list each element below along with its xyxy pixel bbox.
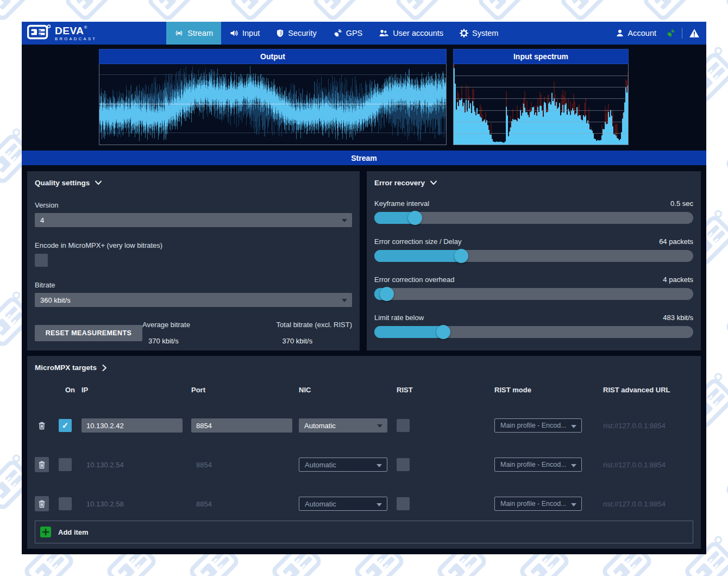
- total-bitrate-value: 370 kbit/s: [277, 337, 352, 345]
- deva-watermark-logo: [722, 288, 728, 352]
- slider-track[interactable]: [374, 326, 693, 338]
- deva-watermark-logo: [722, 125, 728, 189]
- satellite-icon: [333, 29, 342, 37]
- micrompx-targets-panel: MicroMPX targets OnIPPortNICRISTRIST mod…: [27, 356, 701, 549]
- slider-handle[interactable]: [380, 287, 394, 301]
- micrompx-targets-header[interactable]: MicroMPX targets: [35, 364, 693, 372]
- chevron-right-icon: [102, 364, 108, 372]
- slider-track[interactable]: [374, 288, 693, 300]
- average-bitrate-label: Average bitrate: [142, 321, 277, 329]
- on-checkbox[interactable]: [59, 458, 72, 471]
- on-checkbox[interactable]: [59, 497, 72, 510]
- slider-label: Error correction size / Delay: [374, 237, 461, 246]
- bitrate-label: Bitrate: [35, 281, 352, 289]
- col-port: Port: [191, 386, 299, 394]
- account-label: Account: [628, 29, 656, 37]
- slider-value: 0.5 sec: [670, 199, 693, 208]
- micrompx-targets-title: MicroMPX targets: [35, 364, 97, 372]
- chevron-down-icon: [430, 180, 437, 186]
- users-icon: [379, 29, 389, 37]
- navbar: DEVA® BROADCAST StreamInputSecurityGPSUs…: [22, 22, 706, 45]
- output-scope-title: Output: [99, 49, 447, 64]
- brand-logo: DEVA® BROADCAST: [22, 22, 102, 45]
- rist-advanced-url: rist://127.0.0.1:8854: [603, 422, 693, 430]
- add-item-label: Add item: [58, 528, 89, 536]
- on-checkbox[interactable]: ✓: [59, 419, 72, 432]
- slider-row-0: Keyframe interval0.5 sec: [374, 199, 693, 224]
- delete-row-button[interactable]: [35, 496, 49, 511]
- account-button[interactable]: Account: [616, 29, 656, 37]
- slider-label: Keyframe interval: [374, 199, 429, 208]
- delete-row-button[interactable]: [35, 457, 49, 472]
- targets-column-headers: OnIPPortNICRISTRIST modeRIST advanced UR…: [35, 386, 693, 394]
- brand-reg: ®: [84, 25, 87, 30]
- col-rist-mode: RIST mode: [494, 386, 603, 394]
- slider-value: 4 packets: [663, 276, 693, 284]
- slider-handle[interactable]: [408, 211, 422, 225]
- encode-checkbox[interactable]: [35, 254, 48, 267]
- slider-track[interactable]: [374, 250, 693, 262]
- deva-watermark-logo: [722, 451, 728, 515]
- plus-icon: [40, 527, 51, 537]
- version-select[interactable]: 4: [35, 213, 352, 227]
- ip-input: [81, 458, 183, 472]
- add-item-button[interactable]: Add item: [35, 521, 693, 543]
- total-bitrate-label: Total bitrate (excl. RIST): [277, 321, 352, 329]
- select-arrow-icon: [376, 503, 382, 506]
- slider-row-2: Error correction overhead4 packets: [374, 276, 693, 300]
- brand-name: DEVA: [55, 25, 84, 36]
- col-ip: IP: [81, 386, 191, 394]
- section-title-bar: Stream: [22, 151, 706, 165]
- slider-handle[interactable]: [454, 249, 468, 263]
- nic-select[interactable]: Automatic: [299, 418, 387, 433]
- select-arrow-icon: [571, 425, 576, 428]
- error-recovery-header[interactable]: Error recovery: [374, 179, 693, 187]
- rist-advanced-url: rist://127.0.0.1:8854: [603, 461, 693, 469]
- connection-status-icon[interactable]: [666, 29, 675, 37]
- rist-checkbox[interactable]: [397, 419, 410, 432]
- tab-gps[interactable]: GPS: [325, 22, 371, 45]
- deva-db-logo-icon: [27, 24, 51, 42]
- input-spectrum-scope: Input spectrum: [453, 49, 629, 145]
- chevron-down-icon: [95, 180, 102, 186]
- port-input[interactable]: [191, 418, 292, 433]
- slider-fill: [374, 250, 465, 262]
- select-arrow-icon: [342, 219, 347, 222]
- tab-input[interactable]: Input: [221, 22, 268, 45]
- nav-separator: [682, 28, 682, 39]
- output-scope: Output: [99, 49, 447, 145]
- app-window: DEVA® BROADCAST StreamInputSecurityGPSUs…: [22, 22, 706, 554]
- tab-stream[interactable]: Stream: [166, 22, 221, 45]
- tab-user-accounts[interactable]: User accounts: [371, 22, 451, 45]
- input-spectrum-canvas: [454, 64, 628, 145]
- target-row-1: ✓ Automatic Main profile - Encod... rist…: [35, 418, 693, 433]
- ip-input[interactable]: [81, 418, 183, 433]
- warning-triangle-icon[interactable]: [689, 28, 700, 38]
- slider-value: 64 packets: [659, 237, 693, 246]
- tab-system[interactable]: System: [451, 22, 506, 45]
- broadcast-icon: [174, 29, 184, 37]
- bitrate-select[interactable]: 360 kbit/s: [35, 293, 352, 307]
- delete-row-button[interactable]: [35, 418, 49, 433]
- version-label: Version: [35, 201, 352, 209]
- target-row-2: Automatic Main profile - Encod... rist:/…: [35, 457, 693, 472]
- reset-measurements-button[interactable]: RESET MEASUREMENTS: [35, 325, 142, 341]
- col-rist: RIST: [397, 386, 494, 394]
- nic-select: Automatic: [299, 497, 387, 511]
- col-nic: NIC: [299, 386, 397, 394]
- slider-value: 483 kbit/s: [663, 314, 693, 322]
- quality-settings-header[interactable]: Quality settings: [35, 179, 352, 187]
- tab-security[interactable]: Security: [268, 22, 324, 45]
- slider-handle[interactable]: [436, 325, 450, 339]
- slider-track[interactable]: [374, 212, 693, 224]
- rist-checkbox: [397, 497, 410, 510]
- rist-mode-select: Main profile - Encod...: [494, 458, 582, 472]
- gear-icon: [460, 29, 468, 37]
- slider-row-1: Error correction size / Delay64 packets: [374, 237, 693, 262]
- shield-icon: [276, 29, 284, 37]
- average-bitrate-value: 370 kbit/s: [142, 337, 277, 345]
- slider-label: Error correction overhead: [374, 276, 454, 284]
- select-arrow-icon: [571, 503, 576, 506]
- input-spectrum-title: Input spectrum: [453, 49, 629, 64]
- output-waveform-canvas: [99, 64, 446, 145]
